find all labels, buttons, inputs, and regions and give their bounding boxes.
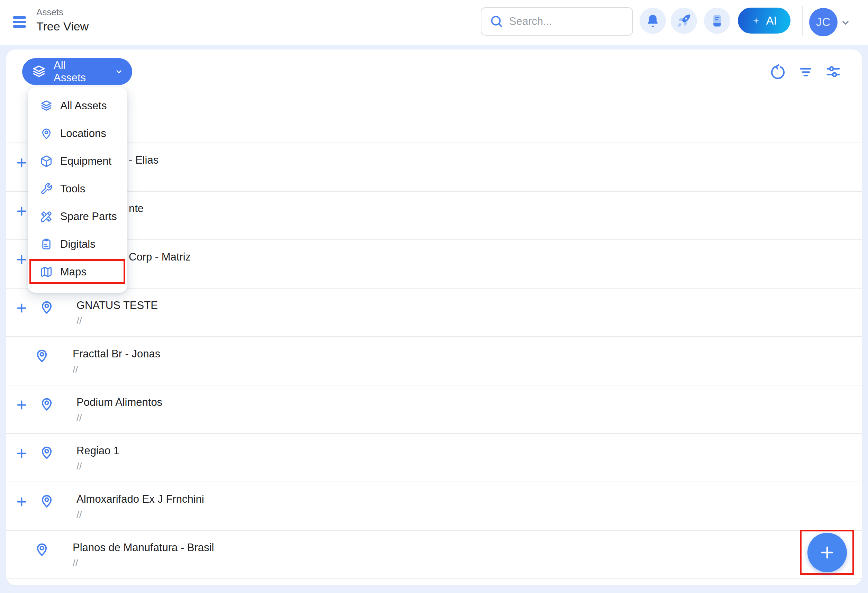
dropdown-item-label: Equipment [60,155,111,167]
add-child-button[interactable] [16,254,28,266]
tree-row[interactable]: Fracttal Br - Jonas // [6,336,862,385]
location-pin-icon [40,300,54,314]
content-card: All Assets - Elias // [6,49,862,586]
row-texts: Planos de Manufatura - Brasil // [73,541,214,569]
asset-name: Podium Alimentos [77,396,162,409]
chevron-down-icon [115,67,123,76]
user-avatar[interactable]: JC [809,8,837,36]
app-header: Assets Tree View Search... [0,0,868,45]
asset-path: // [77,509,204,520]
row-texts: Regiao 1 // [77,445,120,472]
asset-tree-list: - Elias // nte // Corp - Matriz // GNATU… [6,143,862,579]
location-pin-icon [35,542,49,557]
hamburger-icon [13,16,26,19]
row-texts: Almoxarifado Ex J Frnchini // [77,493,204,520]
asset-path: // [77,461,120,472]
refresh-icon[interactable] [770,64,785,80]
display-settings-icon[interactable] [825,64,841,80]
row-texts: GNATUS TESTE // [77,299,158,327]
row-texts: Fracttal Br - Jonas // [73,348,160,375]
page-title: Tree View [36,20,89,33]
tree-row[interactable]: Planos de Manufatura - Brasil // [6,530,862,578]
ai-label: AI [766,14,776,27]
dropdown-item-label: Digitals [60,238,96,251]
page: Assets Tree View Search... [0,0,868,593]
dropdown-item-icon [40,155,53,167]
add-child-button[interactable] [16,157,28,169]
add-child-button[interactable] [16,399,28,411]
dropdown-item-digitals[interactable]: Digitals [28,230,127,258]
header-divider [802,6,803,36]
search-icon [490,15,503,28]
tree-row[interactable]: - Elias // [6,143,862,191]
asset-name: GNATUS TESTE [77,299,158,312]
dropdown-item-icon [40,238,53,251]
add-child-button[interactable] [16,447,28,459]
add-asset-fab[interactable] [807,533,847,572]
bell-icon [645,13,660,28]
dropdown-item-locations[interactable]: Locations [28,120,127,148]
location-pin-icon [40,397,54,412]
help-center-button[interactable] [704,7,730,34]
tree-row[interactable]: Regiao 1 // [6,433,862,482]
asset-name: Planos de Manufatura - Brasil [73,541,214,554]
asset-type-filter-button[interactable]: All Assets [22,58,132,85]
tree-row[interactable]: GNATUS TESTE // [6,288,862,336]
asset-type-dropdown: All Assets Locations Equipment Tools Spa… [28,87,127,293]
dropdown-item-spare-parts[interactable]: Spare Parts [28,203,127,230]
user-menu-chevron-icon[interactable] [840,17,852,29]
dropdown-item-equipment[interactable]: Equipment [28,148,127,175]
add-child-button[interactable] [16,205,28,217]
dropdown-item-icon [40,183,53,195]
dropdown-item-maps[interactable]: Maps [28,258,127,286]
dropdown-item-tools[interactable]: Tools [28,175,127,203]
search-placeholder: Search... [509,15,552,28]
plus-icon [819,544,836,561]
rocket-icon [676,13,691,28]
asset-path: // [73,364,160,375]
asset-path: // [77,412,162,423]
dropdown-item-icon [40,100,53,112]
tree-row[interactable]: Corp - Matriz // [6,239,862,288]
dropdown-item-label: Locations [60,127,106,140]
tree-row[interactable]: Almoxarifado Ex J Frnchini // [6,482,862,530]
list-toolbar [770,64,841,80]
location-pin-icon [40,445,54,460]
location-pin-icon [35,348,49,363]
row-texts: Podium Alimentos // [77,396,162,423]
asset-name: Fracttal Br - Jonas [73,348,160,360]
dropdown-item-all-assets[interactable]: All Assets [28,92,127,120]
search-input[interactable]: Search... [481,7,633,35]
dropdown-item-icon [40,127,53,140]
dropdown-item-label: Spare Parts [60,210,117,223]
annotation-highlight-maps [30,259,125,284]
filter-icon[interactable] [798,64,813,80]
location-pin-icon [40,494,54,508]
ai-assistant-button[interactable]: AI [738,7,790,34]
asset-name: Almoxarifado Ex J Frnchini [77,493,204,506]
tree-row[interactable]: Podium Alimentos // [6,385,862,433]
add-child-button[interactable] [16,496,28,508]
hamburger-menu-button[interactable] [13,16,27,29]
dropdown-item-icon [40,210,53,223]
asset-path: // [77,316,158,327]
notifications-button[interactable] [639,7,666,34]
title-block: Assets Tree View [36,7,89,33]
dropdown-item-label: All Assets [60,100,106,112]
avatar-initials: JC [816,16,831,29]
tree-row[interactable]: nte // [6,191,862,239]
asset-path: // [73,558,214,569]
sparkle-icon [751,16,761,26]
dropdown-item-label: Tools [60,183,85,195]
breadcrumb: Assets [36,7,89,18]
asset-type-filter-label: All Assets [54,59,99,84]
whats-new-button[interactable] [671,7,697,34]
asset-name: Regiao 1 [77,445,120,457]
layers-icon [32,64,46,79]
book-icon [710,13,725,28]
add-child-button[interactable] [16,302,28,314]
